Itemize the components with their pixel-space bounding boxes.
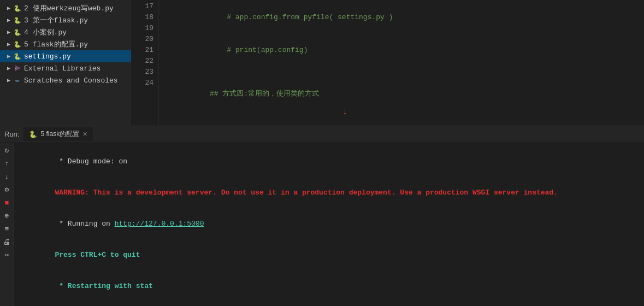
flask-run-icon: 🐍 bbox=[29, 131, 37, 138]
console-line-config1: <Config {'ENV': 'production', 'DEBUG': T… bbox=[21, 302, 637, 306]
sidebar-item-cases[interactable]: ▶ 🐍 4 小案例.py bbox=[0, 26, 131, 38]
sidebar-item-flask1[interactable]: ▶ 🐍 3 第一个flask.py bbox=[0, 14, 131, 26]
sidebar-item-label: 5 flask的配置.py bbox=[24, 39, 88, 49]
expand-arrow: ▶ bbox=[4, 76, 13, 85]
scroll-down-button[interactable]: ↓ bbox=[2, 171, 13, 182]
run-tab[interactable]: 🐍 5 flask的配置 ✕ bbox=[23, 127, 93, 141]
scroll-up-button[interactable]: ↑ bbox=[2, 158, 13, 169]
print-button[interactable]: 🖨 bbox=[2, 237, 13, 248]
cut-button[interactable]: ✂ bbox=[2, 250, 13, 261]
library-icon: ⫸ bbox=[13, 64, 22, 73]
run-tab-bar: Run: 🐍 5 flask的配置 ✕ bbox=[0, 126, 644, 143]
expand-arrow: ▶ bbox=[4, 16, 13, 25]
expand-arrow: ▶ bbox=[4, 4, 13, 13]
python-file-icon: 🐍 bbox=[13, 4, 22, 13]
code-content[interactable]: # app.config.from_pyfile( settings.py ) … bbox=[158, 0, 644, 126]
code-line-21: ↓ bbox=[167, 110, 644, 126]
code-editor[interactable]: 17 18 19 20 21 22 23 24 # app.config.fro… bbox=[131, 0, 644, 126]
console-output: * Debug mode: on WARNING: This is a deve… bbox=[14, 143, 644, 306]
sidebar-item-label: settings.py bbox=[24, 52, 71, 61]
scratches-icon: ✏ bbox=[13, 76, 22, 85]
python-file-icon: 🐍 bbox=[13, 16, 22, 25]
console-line-debug: * Debug mode: on bbox=[21, 146, 637, 177]
python-file-icon: 🐍 bbox=[13, 52, 22, 61]
console-line-warning: WARNING: This is a development server. D… bbox=[21, 177, 637, 208]
code-line-20: ## 方式四:常用的，使用类的方式 bbox=[167, 78, 644, 110]
python-file-icon: 🐍 bbox=[13, 40, 22, 49]
close-tab-button[interactable]: ✕ bbox=[82, 131, 87, 138]
code-line-18: # print(app.config) bbox=[167, 34, 644, 67]
expand-arrow: ▶ bbox=[4, 52, 13, 61]
stop-button[interactable]: ■ bbox=[2, 197, 13, 208]
sidebar-item-label: External Libraries bbox=[24, 64, 101, 73]
console-line-running: * Running on http://127.0.0.1:5000 bbox=[21, 208, 637, 239]
sidebar-item-label: 4 小案例.py bbox=[24, 27, 67, 37]
run-label: Run: bbox=[4, 130, 19, 138]
settings-button[interactable]: ⚙ bbox=[2, 184, 13, 195]
code-line-19 bbox=[167, 67, 644, 78]
expand-arrow: ▶ bbox=[4, 28, 13, 37]
sidebar-item-external[interactable]: ▶ ⫸ External Libraries bbox=[0, 62, 131, 74]
sidebar-item-werkzeug[interactable]: ▶ 🐍 2 使用werkzeug写web.py bbox=[0, 2, 131, 14]
rerun-button[interactable]: ↻ bbox=[2, 145, 13, 156]
red-arrow-annotation: ↓ bbox=[342, 106, 348, 117]
run-panel: Run: 🐍 5 flask的配置 ✕ ↻ ↑ ↓ ⚙ ■ ⊕ ≡ 🖨 ✂ * … bbox=[0, 126, 644, 306]
expand-arrow: ▶ bbox=[4, 64, 13, 73]
sidebar-item-label: 3 第一个flask.py bbox=[24, 15, 88, 25]
server-link[interactable]: http://127.0.0.1:5000 bbox=[115, 220, 204, 228]
code-line-17: # app.config.from_pyfile( settings.py ) bbox=[167, 1, 644, 34]
console-line-ctrl: Press CTRL+C to quit bbox=[21, 239, 637, 270]
sidebar-item-scratches[interactable]: ▶ ✏ Scratches and Consoles bbox=[0, 74, 131, 86]
add-button[interactable]: ⊕ bbox=[2, 210, 13, 221]
run-tab-name: 5 flask的配置 bbox=[40, 130, 79, 139]
sidebar-item-settings[interactable]: ▶ 🐍 settings.py bbox=[0, 50, 131, 62]
line-numbers: 17 18 19 20 21 22 23 24 bbox=[131, 0, 158, 126]
sidebar-item-label: Scratches and Consoles bbox=[24, 76, 118, 85]
sidebar-item-label: 2 使用werkzeug写web.py bbox=[24, 3, 114, 13]
file-tree: ▶ 🐍 2 使用werkzeug写web.py ▶ 🐍 3 第一个flask.p… bbox=[0, 0, 131, 126]
run-content: ↻ ↑ ↓ ⚙ ■ ⊕ ≡ 🖨 ✂ * Debug mode: on WARNI… bbox=[0, 143, 644, 306]
console-line-restart: * Restarting with stat bbox=[21, 270, 637, 302]
run-toolbar: ↻ ↑ ↓ ⚙ ■ ⊕ ≡ 🖨 ✂ bbox=[0, 143, 14, 306]
expand-arrow: ▶ bbox=[4, 40, 13, 49]
sidebar-item-flask5[interactable]: ▶ 🐍 5 flask的配置.py bbox=[0, 38, 131, 50]
python-file-icon: 🐍 bbox=[13, 28, 22, 37]
menu-button[interactable]: ≡ bbox=[2, 223, 13, 234]
